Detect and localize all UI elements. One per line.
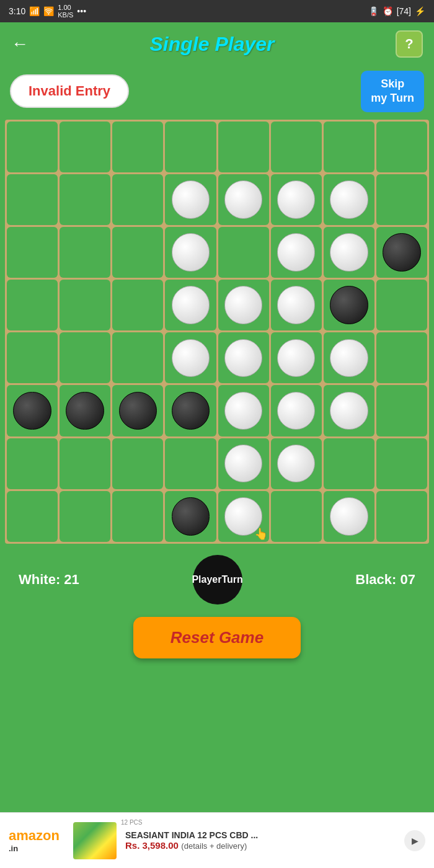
cell-6-3[interactable] xyxy=(165,438,216,489)
white-score: White: 21 xyxy=(19,572,79,588)
black-piece xyxy=(330,286,368,324)
white-piece xyxy=(277,286,316,324)
cell-5-4[interactable] xyxy=(218,385,269,436)
cell-7-4[interactable]: 👆 xyxy=(218,491,269,542)
cell-5-6[interactable] xyxy=(324,385,374,436)
white-piece xyxy=(277,445,316,483)
cell-3-5[interactable] xyxy=(271,280,322,330)
black-piece xyxy=(383,233,421,272)
cell-4-0[interactable] xyxy=(7,332,58,383)
cell-7-2[interactable] xyxy=(112,491,163,542)
cell-2-2[interactable] xyxy=(112,227,163,278)
empty-space xyxy=(0,671,434,795)
cell-4-5[interactable] xyxy=(271,332,322,383)
cell-0-6[interactable] xyxy=(324,122,374,172)
cell-1-5[interactable] xyxy=(271,174,322,225)
cell-5-5[interactable] xyxy=(271,385,322,436)
cell-7-0[interactable] xyxy=(7,491,58,542)
cell-0-0[interactable] xyxy=(7,122,58,172)
white-piece xyxy=(330,233,368,272)
cell-7-7[interactable] xyxy=(376,491,427,542)
cell-5-1[interactable] xyxy=(60,385,110,436)
cell-5-3[interactable] xyxy=(165,385,216,436)
back-button[interactable]: ← xyxy=(11,34,29,54)
cell-3-6[interactable] xyxy=(324,280,374,330)
cell-0-3[interactable] xyxy=(165,122,216,172)
cell-5-7[interactable] xyxy=(376,385,427,436)
cell-0-5[interactable] xyxy=(271,122,322,172)
cell-1-6[interactable] xyxy=(324,174,374,225)
cell-2-7[interactable] xyxy=(376,227,427,278)
help-button[interactable]: ? xyxy=(396,30,423,58)
cell-6-5[interactable] xyxy=(271,438,322,489)
cell-0-2[interactable] xyxy=(112,122,163,172)
white-piece xyxy=(277,233,316,272)
cell-7-3[interactable] xyxy=(165,491,216,542)
cell-2-5[interactable] xyxy=(271,227,322,278)
time-display: 3:10 xyxy=(9,6,25,16)
white-piece xyxy=(172,286,210,324)
cell-6-4[interactable] xyxy=(218,438,269,489)
reset-game-button[interactable]: Reset Game xyxy=(133,617,301,658)
cell-2-0[interactable] xyxy=(7,227,58,278)
cell-3-2[interactable] xyxy=(112,280,163,330)
cell-1-3[interactable] xyxy=(165,174,216,225)
skip-turn-button[interactable]: Skip my Turn xyxy=(361,71,424,112)
cell-2-6[interactable] xyxy=(324,227,374,278)
cell-7-6[interactable] xyxy=(324,491,374,542)
cell-3-3[interactable] xyxy=(165,280,216,330)
turn-badge: Player Turn xyxy=(193,555,242,604)
ad-play-button[interactable]: ▶ xyxy=(404,830,425,851)
cell-4-4[interactable] xyxy=(218,332,269,383)
white-piece xyxy=(172,180,210,219)
board-container: 👆 xyxy=(0,120,434,544)
cell-0-1[interactable] xyxy=(60,122,110,172)
cell-6-6[interactable] xyxy=(324,438,374,489)
reset-button-container: Reset Game xyxy=(0,611,434,671)
status-bar: 3:10 📶 🛜 1.00KB/S ••• 🪫 ⏰ [74] ⚡ xyxy=(0,0,434,22)
cell-0-7[interactable] xyxy=(376,122,427,172)
alarm-icon: ⏰ xyxy=(383,6,393,16)
cell-7-5[interactable] xyxy=(271,491,322,542)
cell-3-7[interactable] xyxy=(376,280,427,330)
score-row: White: 21 Player Turn Black: 07 xyxy=(0,544,434,611)
battery-frame-icon: 🪫 xyxy=(368,6,379,16)
cell-3-1[interactable] xyxy=(60,280,110,330)
white-piece xyxy=(224,339,263,378)
cell-7-1[interactable] xyxy=(60,491,110,542)
cell-4-2[interactable] xyxy=(112,332,163,383)
cell-2-3[interactable] xyxy=(165,227,216,278)
amazon-logo-text: amazon xyxy=(9,828,60,844)
cell-4-1[interactable] xyxy=(60,332,110,383)
cell-6-0[interactable] xyxy=(7,438,58,489)
cell-6-1[interactable] xyxy=(60,438,110,489)
amazon-in-text: .in xyxy=(9,844,18,853)
cell-2-1[interactable] xyxy=(60,227,110,278)
app-header: ← Single Player ? xyxy=(0,22,434,66)
black-piece xyxy=(172,497,210,536)
cell-6-2[interactable] xyxy=(112,438,163,489)
black-score: Black: 07 xyxy=(355,572,415,588)
black-piece xyxy=(66,392,104,430)
cell-5-2[interactable] xyxy=(112,385,163,436)
wifi-icon: 🛜 xyxy=(43,6,54,16)
cell-4-7[interactable] xyxy=(376,332,427,383)
ad-price-detail: (details + delivery) xyxy=(181,841,247,851)
cell-6-7[interactable] xyxy=(376,438,427,489)
cell-1-7[interactable] xyxy=(376,174,427,225)
cell-3-4[interactable] xyxy=(218,280,269,330)
ad-banner[interactable]: 12 PCS amazon .in SEASIANT INDIA 12 PCS … xyxy=(0,812,434,868)
cell-1-2[interactable] xyxy=(112,174,163,225)
cell-4-3[interactable] xyxy=(165,332,216,383)
cell-1-0[interactable] xyxy=(7,174,58,225)
cell-0-4[interactable] xyxy=(218,122,269,172)
cell-5-0[interactable] xyxy=(7,385,58,436)
cell-4-6[interactable] xyxy=(324,332,374,383)
white-piece xyxy=(277,339,316,378)
cell-3-0[interactable] xyxy=(7,280,58,330)
invalid-entry-badge: Invalid Entry xyxy=(10,74,129,108)
white-piece xyxy=(330,497,368,536)
cell-2-4[interactable] xyxy=(218,227,269,278)
cell-1-4[interactable] xyxy=(218,174,269,225)
cell-1-1[interactable] xyxy=(60,174,110,225)
